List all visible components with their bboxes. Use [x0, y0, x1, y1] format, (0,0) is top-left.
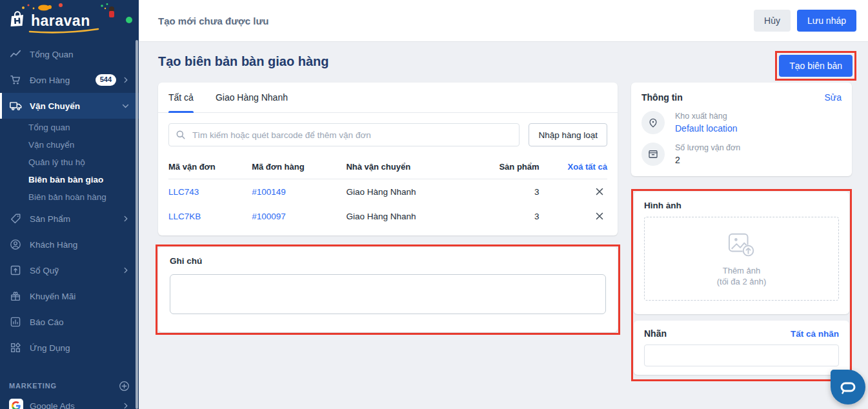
- sidebar-item-label: Vận Chuyển: [30, 101, 121, 111]
- table-header-row: Mã vận đơn Mã đơn hàng Nhà vận chuyển Sả…: [168, 154, 607, 179]
- tag-icon: [9, 212, 22, 225]
- sidebar-item-label: Sản Phẩm: [30, 214, 122, 224]
- sidebar-section-marketing: MARKETING: [0, 379, 139, 393]
- carrier-tabs: Tất cả Giao Hàng Nhanh: [158, 83, 618, 113]
- orders-count-badge: 544: [96, 74, 116, 85]
- carrier-cell: Giao Hàng Nhanh: [346, 187, 493, 197]
- carrier-cell: Giao Hàng Nhanh: [346, 212, 493, 221]
- sidebar-item-label: Đơn Hàng: [30, 75, 96, 85]
- close-icon: [596, 212, 603, 220]
- chevron-right-icon: [122, 76, 130, 84]
- topbar: Tạo mới chưa được lưu Hủy Lưu nháp: [139, 0, 868, 41]
- images-panel: Hình ảnh Thêm ảnh (tối đa 2 ảnh): [634, 192, 849, 314]
- sidebar-item-san-pham[interactable]: Sản Phẩm: [0, 206, 139, 232]
- sidebar-item-label: Khuyến Mãi: [30, 292, 130, 301]
- sidebar-item-khuyen-mai[interactable]: Khuyến Mãi: [0, 283, 139, 309]
- sidebar-item-van-chuyen[interactable]: Vận Chuyển: [0, 93, 139, 119]
- search-input[interactable]: [191, 130, 512, 141]
- sidebar-item-ung-dung[interactable]: Ứng Dụng: [0, 335, 139, 361]
- chevron-right-icon: [122, 402, 130, 409]
- cashbook-icon: [9, 264, 22, 277]
- upload-text-line2: (tối đa 2 ảnh): [717, 277, 767, 286]
- edit-info-link[interactable]: Sửa: [825, 92, 842, 103]
- package-icon: [641, 143, 665, 166]
- sidebar-scrollbar[interactable]: [136, 40, 138, 409]
- sidebar-subitem-tong-quan[interactable]: Tổng quan: [0, 119, 139, 136]
- tab-all[interactable]: Tất cả: [168, 83, 194, 112]
- col-header-carrier: Nhà vận chuyển: [346, 162, 493, 172]
- sidebar-item-so-quy[interactable]: Sổ Quỹ: [0, 257, 139, 283]
- cancel-button[interactable]: Hủy: [754, 10, 791, 32]
- order-code-link[interactable]: #100149: [252, 187, 286, 197]
- orders-table: Mã vận đơn Mã đơn hàng Nhà vận chuyển Sả…: [158, 154, 618, 228]
- tracking-code-link[interactable]: LLC7KB: [168, 212, 201, 221]
- remove-row-button[interactable]: [592, 186, 607, 197]
- col-header-products: Sản phẩm: [493, 162, 539, 172]
- products-count-cell: 3: [493, 212, 539, 221]
- order-code-link[interactable]: #100097: [252, 212, 286, 221]
- sidebar-item-label: Khách Hàng: [30, 240, 130, 250]
- sidebar-item-tong-quan[interactable]: Tổng Quan: [0, 41, 139, 67]
- info-panel: Thông tin Sửa Kho xuất hàng Default loca…: [631, 83, 852, 176]
- report-icon: [9, 315, 22, 328]
- promotion-icon: [9, 290, 22, 303]
- warehouse-location-link[interactable]: Default location: [675, 123, 738, 134]
- tab-giao-hang-nhanh[interactable]: Giao Hàng Nhanh: [216, 83, 288, 112]
- plus-circle-icon[interactable]: [119, 381, 130, 392]
- sidebar-item-label: Google Ads: [30, 401, 122, 409]
- note-panel: Ghi chú: [158, 247, 618, 332]
- upload-text-line1: Thêm ảnh: [723, 266, 761, 275]
- section-label-text: MARKETING: [9, 382, 119, 390]
- sidebar-item-don-hang[interactable]: Đơn Hàng 544: [0, 67, 139, 93]
- col-header-tracking: Mã vận đơn: [168, 162, 252, 172]
- labels-input[interactable]: [644, 344, 839, 366]
- haravan-bag-logo-icon: [8, 10, 27, 32]
- save-draft-button[interactable]: Lưu nháp: [797, 10, 856, 32]
- col-header-order: Mã đơn hàng: [252, 162, 346, 172]
- remove-row-button[interactable]: [592, 211, 607, 222]
- search-icon: [176, 130, 186, 140]
- orders-panel: Tất cả Giao Hàng Nhanh Nhập hàng loạt Mã…: [158, 83, 618, 235]
- sidebar-subitem-van-chuyen[interactable]: Vận chuyển: [0, 136, 139, 154]
- tracking-code-link[interactable]: LLC743: [168, 187, 199, 197]
- apps-icon: [9, 341, 22, 354]
- cart-icon: [9, 74, 22, 86]
- warehouse-row: Kho xuất hàng Default location: [641, 111, 842, 134]
- app-window: haravan Tổng Quan Đơn Hàng 544 Vận Chuyể…: [0, 0, 868, 409]
- clear-all-link[interactable]: Xoá tất cả: [568, 162, 607, 172]
- google-ads-icon: [9, 399, 23, 409]
- image-upload-icon: [727, 232, 756, 261]
- sidebar: haravan Tổng Quan Đơn Hàng 544 Vận Chuyể…: [0, 0, 139, 409]
- sidebar-subitem-quan-ly-thu-ho[interactable]: Quản lý thu hộ: [0, 154, 139, 171]
- products-count-cell: 3: [493, 187, 539, 197]
- note-title: Ghi chú: [170, 256, 606, 266]
- sidebar-item-khach-hang[interactable]: Khách Hàng: [0, 232, 139, 257]
- create-record-button[interactable]: Tạo biên bản: [779, 55, 853, 77]
- annotation-box-note: Ghi chú: [156, 244, 620, 335]
- sidebar-item-label: Báo Cáo: [30, 317, 130, 327]
- sidebar-subitem-bien-ban-ban-giao[interactable]: Biên bản bàn giao: [0, 171, 139, 188]
- chat-widget-button[interactable]: [831, 370, 865, 404]
- sidebar-item-bao-cao[interactable]: Báo Cáo: [0, 309, 139, 335]
- bulk-import-button[interactable]: Nhập hàng loạt: [529, 123, 607, 146]
- sidebar-item-label: Tổng Quan: [30, 50, 130, 59]
- warehouse-label: Kho xuất hàng: [675, 111, 738, 121]
- sidebar-item-google-ads[interactable]: Google Ads: [0, 393, 139, 409]
- chevron-right-icon: [122, 266, 130, 274]
- logo[interactable]: haravan: [0, 0, 139, 41]
- table-row: LLC7KB #100097 Giao Hàng Nhanh 3: [168, 204, 607, 228]
- all-labels-link[interactable]: Tất cả nhãn: [791, 329, 839, 339]
- main-content: Tạo biên bản bàn giao hàng Tạo biên bản …: [139, 41, 868, 409]
- logo-wordmark: haravan: [31, 14, 90, 28]
- image-upload-dropzone[interactable]: Thêm ảnh (tối đa 2 ảnh): [644, 217, 839, 301]
- note-textarea[interactable]: [170, 274, 606, 314]
- status-dot: [126, 17, 132, 23]
- labels-title: Nhãn: [644, 328, 667, 339]
- annotation-box-images-labels: Hình ảnh Thêm ảnh (tối đa 2 ảnh) Nhãn Tấ…: [631, 189, 852, 381]
- sidebar-subitem-bien-ban-hoan-hang[interactable]: Biên bản hoàn hàng: [0, 188, 139, 206]
- close-icon: [596, 188, 603, 195]
- shipment-count-value: 2: [675, 155, 740, 165]
- search-box: [168, 123, 520, 146]
- sidebar-item-label: Sổ Quỹ: [30, 266, 122, 275]
- customer-icon: [9, 238, 22, 251]
